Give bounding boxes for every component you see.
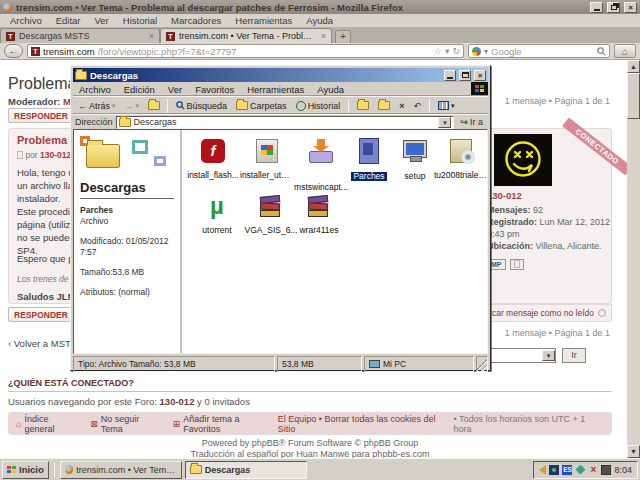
search-engine-dropdown-icon[interactable]: ▾	[484, 47, 488, 56]
firefox-icon	[3, 3, 12, 12]
file-mstswincapt[interactable]: mstswincapt...	[294, 136, 348, 192]
post-subject[interactable]: Problema	[17, 134, 67, 146]
tab-descargas-msts[interactable]: T Descargas MSTS ×	[0, 28, 160, 43]
language-indicator[interactable]: ES	[562, 465, 572, 475]
task-firefox[interactable]: trensim.com • Ver Tema -...	[60, 461, 182, 479]
menu-ver[interactable]: Ver	[89, 15, 115, 26]
moderator-line: Moderador: Mo	[8, 96, 77, 107]
scrollbar-thumb[interactable]	[627, 73, 640, 119]
menu-ayuda[interactable]: Ayuda	[300, 15, 339, 26]
flash-installer-icon: f	[201, 139, 225, 163]
back-to-forum[interactable]: ‹ Volver a MSTS	[8, 338, 77, 349]
copy-to-button[interactable]	[375, 100, 393, 111]
bookmark-star-icon[interactable]: ☆	[434, 46, 442, 56]
folder-banner-art	[80, 136, 172, 176]
profile-icon-button[interactable]	[510, 259, 524, 270]
menu-herramientas[interactable]: Herramientas	[241, 84, 310, 95]
go-button[interactable]: ↪Ir a	[457, 116, 486, 128]
tab-trensim-topic[interactable]: T trensim.com • Ver Tema - Problema al d…	[160, 28, 332, 43]
folder-icon	[75, 71, 87, 80]
restore-button[interactable]	[607, 2, 620, 13]
menu-ver[interactable]: Ver	[162, 84, 188, 95]
up-button[interactable]: ↑	[145, 100, 162, 112]
close-button[interactable]: ×	[624, 2, 637, 13]
jump-go-button[interactable]: Ir	[562, 348, 586, 363]
home-button[interactable]: ⌂	[614, 44, 636, 58]
file-wrar411es[interactable]: wrar411es	[292, 192, 346, 235]
explorer-titlebar[interactable]: Descargas ×	[73, 68, 488, 82]
minimize-button[interactable]	[590, 2, 603, 13]
volume-icon[interactable]	[539, 465, 546, 475]
utorrent-tray-icon[interactable]	[549, 465, 559, 475]
avatar	[494, 134, 552, 186]
select-dropdown-icon[interactable]: ▾	[542, 350, 555, 361]
views-dropdown-icon[interactable]: ▾	[451, 102, 455, 110]
search-button[interactable]: Búsqueda	[173, 100, 231, 112]
browser-titlebar: trensim.com • Ver Tema - Problema al des…	[0, 0, 640, 14]
undo-button[interactable]: ↶	[410, 100, 424, 112]
back-button[interactable]: ←Atrás▾	[75, 100, 119, 112]
back-button[interactable]: ←	[4, 44, 23, 58]
menu-marcadores[interactable]: Marcadores	[165, 15, 227, 26]
post-subject-link[interactable]: Problema	[17, 134, 67, 146]
team-cookies-links[interactable]: El Equipo • Borrar todas las cookies del…	[278, 414, 454, 434]
network-tray-icon[interactable]	[575, 465, 585, 475]
forward-button[interactable]: →▾	[122, 100, 143, 112]
tab-label: Descargas MSTS	[19, 31, 90, 41]
app-tray-icon[interactable]	[601, 465, 611, 475]
reload-icon[interactable]: ↻	[452, 46, 460, 56]
menu-ayuda[interactable]: Ayuda	[311, 84, 350, 95]
file-vga-sis[interactable]: VGA_SIS_6...	[244, 192, 298, 235]
resize-grip[interactable]	[476, 356, 488, 372]
address-dropdown-icon[interactable]: ▾	[438, 117, 451, 128]
views-button[interactable]: ▾	[435, 100, 458, 111]
who-is-online-heading: ¿QUIÉN ESTÁ CONECTADO?	[8, 378, 134, 388]
profile-username[interactable]: 130-012	[487, 190, 522, 201]
scroll-up-icon[interactable]: ▲	[627, 60, 640, 73]
move-to-button[interactable]	[354, 100, 372, 111]
folders-button[interactable]: Carpetas	[233, 100, 290, 112]
menu-editar[interactable]: Editar	[50, 15, 87, 26]
index-link[interactable]: ⌂Índice general	[16, 414, 80, 434]
antivirus-tray-icon[interactable]: ×	[588, 465, 598, 475]
cd-box-icon	[450, 139, 472, 163]
start-button[interactable]: Inicio	[2, 461, 49, 479]
who-user-link[interactable]: 130-012	[160, 396, 195, 407]
forward-dropdown-icon[interactable]: ▾	[136, 102, 140, 110]
mark-unread-link[interactable]: Marcar mensaje como no leído	[477, 308, 594, 318]
explorer-minimize-button[interactable]	[444, 70, 456, 81]
winrar-installer-icon	[306, 194, 332, 220]
explorer-close-button[interactable]: ×	[474, 70, 486, 81]
file-tu2008trial[interactable]: tu2008trialen...	[434, 136, 488, 180]
explorer-maximize-button[interactable]	[459, 70, 471, 81]
file-installer-utorrent[interactable]: installer_utor...	[240, 136, 294, 180]
file-utorrent[interactable]: µutorrent	[190, 192, 244, 235]
address-field[interactable]: Descargas ▾	[116, 116, 455, 129]
menu-archivo[interactable]: Archivo	[73, 84, 117, 95]
menu-historial[interactable]: Historial	[117, 15, 163, 26]
search-icon[interactable]	[597, 47, 606, 56]
menu-favoritos[interactable]: Favoritos	[189, 84, 240, 95]
back-dropdown-icon[interactable]: ▾	[112, 102, 116, 110]
menu-archivo[interactable]: Archivo	[4, 15, 48, 26]
explorer-title: Descargas	[90, 70, 441, 81]
task-descargas[interactable]: Descargas	[185, 461, 307, 479]
menu-herramientas[interactable]: Herramientas	[229, 15, 298, 26]
file-install-flash[interactable]: finstall_flash...	[186, 136, 240, 180]
tab-close-icon[interactable]: ×	[321, 31, 326, 41]
page-scrollbar[interactable]: ▲ ▼	[627, 60, 640, 458]
scroll-down-icon[interactable]: ▼	[627, 445, 640, 458]
history-button[interactable]: Historial	[293, 100, 344, 112]
tab-close-icon[interactable]: ×	[149, 31, 154, 41]
delete-button[interactable]: ×	[396, 100, 407, 112]
new-tab-button[interactable]: +	[335, 30, 351, 43]
menu-edicion[interactable]: Edición	[118, 84, 161, 95]
author-link[interactable]: 130-012	[40, 150, 71, 160]
decorative-square	[132, 140, 148, 154]
url-bar[interactable]: T trensim.com/foro/viewtopic.php?f=7&t=2…	[27, 44, 464, 58]
clock[interactable]: 8:04	[614, 465, 632, 475]
search-box[interactable]: ▾ Google	[468, 44, 610, 58]
url-dropdown-icon[interactable]: ▾	[445, 46, 450, 56]
favorite-link[interactable]: ⊞Añadir tema a Favoritos	[173, 414, 278, 434]
unfollow-link[interactable]: ⊠No seguir Tema	[90, 414, 163, 434]
